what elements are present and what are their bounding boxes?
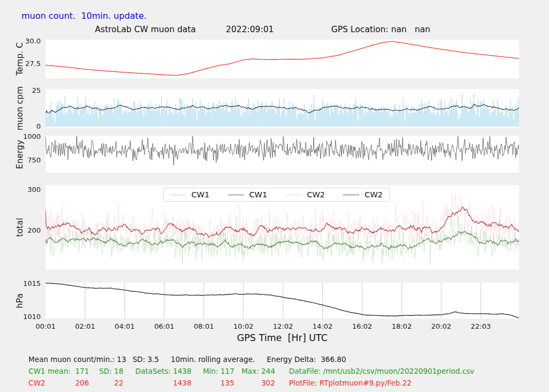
subplot-total: CW1CW1CW2CW2	[46, 185, 519, 270]
y-tick-label: 1015	[0, 279, 41, 288]
legend-label: CW1	[249, 190, 268, 199]
stats-token: 302	[234, 379, 275, 388]
x-tick-label: 14:02	[307, 322, 339, 330]
x-tick-label: 18:02	[385, 322, 418, 330]
stats-token: 10min. rolling average.	[171, 355, 255, 364]
legend-line-swatch	[285, 195, 301, 195]
subplot-energy	[46, 136, 519, 173]
legend-item: CW2	[343, 190, 383, 199]
stats-token: 22	[89, 379, 123, 388]
stats-token: CW1 mean:	[28, 367, 75, 376]
stats-line-cw2: CW2206221438135302PlotFile: RTplotmuon#9…	[28, 379, 412, 388]
y-axis-label-temp: Temp. C	[15, 42, 25, 76]
series-muon-raw	[46, 93, 519, 127]
stats-line-cw1: CW1 mean:171SD: 18DataSets: 1438Min: 117…	[28, 367, 474, 376]
x-tick-label: 12:02	[267, 322, 299, 330]
stats-token: PlotFile: RTplotmuon#9.py/Feb.22	[289, 379, 412, 388]
stats-token: Max: 244	[234, 367, 275, 376]
stats-token: DataFile: /mnt/usb2/csv/muon/20220901per…	[289, 367, 474, 376]
stats-token: Energy Delta: 366.80	[267, 355, 346, 364]
x-tick-label: 08:01	[188, 322, 220, 330]
stats-token: SD: 3.5	[132, 355, 159, 364]
series-temperature	[46, 41, 519, 75]
stats-token: 171	[75, 367, 89, 376]
stats-token: 206	[75, 379, 89, 388]
y-axis-label-muon: muon cpm	[15, 86, 25, 131]
subplot-temp	[46, 40, 519, 78]
x-tick-label: 10:02	[227, 322, 259, 330]
legend-item: CW1	[170, 190, 210, 199]
x-tick-label: 04:01	[109, 322, 141, 330]
y-axis-label-hpa: hPa	[15, 293, 25, 308]
subplot-hpa	[46, 283, 519, 319]
y-tick-label: 300	[0, 186, 41, 194]
x-tick-label: 20:02	[425, 322, 457, 330]
stats-token: Min: 117	[191, 367, 234, 376]
x-tick-label: 16:02	[346, 322, 378, 330]
legend-item: CW1	[228, 190, 268, 199]
stats-token: SD: 18	[89, 367, 123, 376]
plot-canvas-muon	[46, 89, 519, 128]
y-tick-label: 1010	[0, 313, 41, 321]
stats-token: DataSets: 1438	[123, 367, 191, 376]
y-axis-label-total: total	[15, 218, 25, 236]
muon-dashboard-figure: muon count. 10min. update. AstroLab CW m…	[0, 0, 549, 392]
x-axis-label: GPS Time [Hr] UTC	[46, 332, 519, 343]
series-cw2-raw	[46, 194, 519, 257]
legend-label: CW2	[365, 190, 383, 199]
subplot-muon	[46, 89, 519, 128]
series-pressure	[46, 283, 519, 318]
legend-line-swatch	[228, 195, 244, 195]
x-tick-label: 22:03	[465, 322, 497, 330]
stats-line-muon: Mean muon count/min.: 13SD: 3.510min. ro…	[28, 355, 346, 364]
legend-line-swatch	[170, 195, 186, 195]
y-axis-label-energy: Energy	[15, 139, 25, 168]
legend-line-swatch	[343, 195, 359, 195]
plot-canvas-temp	[46, 40, 519, 78]
legend-item: CW2	[285, 190, 325, 199]
stats-token: 1438	[123, 379, 191, 388]
stats-token: 135	[191, 379, 234, 388]
x-tick-label: 02:01	[69, 322, 101, 330]
x-tick-label: 00:01	[29, 322, 62, 330]
x-tick-label: 06:01	[148, 322, 180, 330]
series-energy	[46, 136, 519, 165]
stats-token: Mean muon count/min.: 13	[28, 355, 126, 364]
plot-canvas-hpa	[46, 283, 519, 319]
plot-canvas-energy	[46, 136, 519, 173]
legend: CW1CW1CW2CW2	[163, 188, 390, 202]
legend-label: CW2	[307, 190, 325, 199]
legend-label: CW1	[191, 190, 210, 199]
stats-token: CW2	[28, 379, 75, 388]
